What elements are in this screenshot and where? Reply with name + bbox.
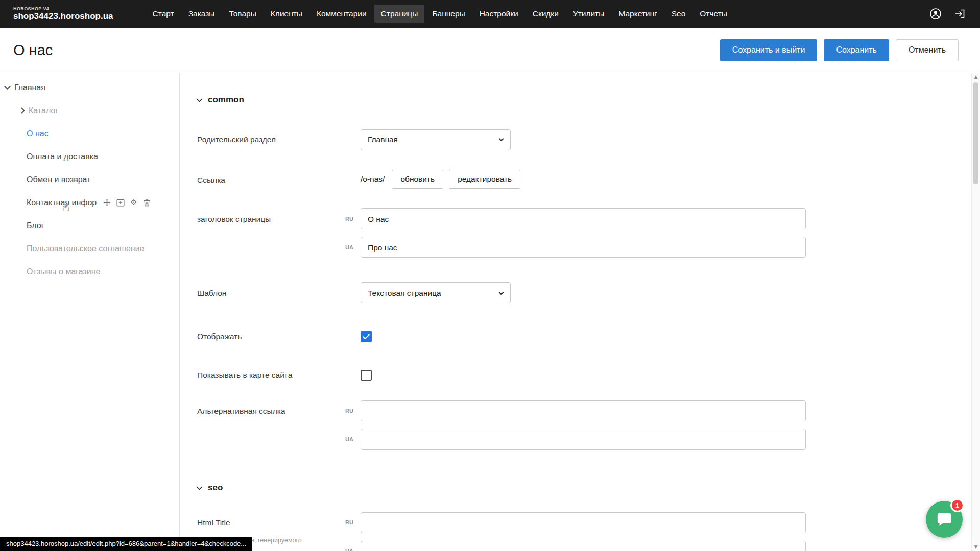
- template-label: Шаблон: [197, 282, 345, 298]
- parent-section-value: Главная: [368, 135, 398, 145]
- pages-tree-sidebar: Главная Каталог О нас Оплата и доставка …: [0, 73, 180, 551]
- sidebar-item-user-agreement[interactable]: Пользовательское соглашение: [0, 237, 179, 260]
- scroll-up-icon[interactable]: ▲: [974, 75, 978, 79]
- lang-tag-ua: UA: [345, 429, 357, 450]
- nav-item-reports[interactable]: Отчеты: [693, 5, 734, 23]
- add-page-icon[interactable]: [116, 198, 125, 207]
- lang-tag-ru: RU: [345, 400, 357, 421]
- nav-item-comments[interactable]: Комментарии: [310, 5, 373, 23]
- nav-item-start[interactable]: Старт: [146, 5, 181, 23]
- sidebar-item-label: Контактная инфор: [27, 198, 97, 207]
- parent-section-label: Родительский раздел: [197, 129, 345, 145]
- nav-item-discounts[interactable]: Скидки: [526, 5, 565, 23]
- brand-version-label: HOROSHOP V4: [13, 6, 113, 11]
- chevron-right-icon: [18, 107, 25, 114]
- sidebar-item-blog[interactable]: Блог: [0, 214, 179, 237]
- save-button[interactable]: Сохранить: [824, 39, 889, 61]
- header-actions: Сохранить и выйти Сохранить Отменить: [720, 39, 959, 61]
- status-url-tooltip: shop34423.horoshop.ua/edit/edit.php?id=6…: [0, 537, 252, 551]
- sidebar-item-catalog[interactable]: Каталог: [0, 99, 179, 122]
- move-icon[interactable]: [103, 198, 111, 207]
- chat-button[interactable]: 1: [926, 501, 963, 538]
- sitemap-label: Показывать в карте сайта: [197, 365, 345, 380]
- brand-domain-label: shop34423.horoshop.ua: [13, 11, 113, 21]
- nav-item-marketing[interactable]: Маркетинг: [612, 5, 663, 23]
- alt-link-ru-input[interactable]: [361, 400, 806, 421]
- settings-gear-icon[interactable]: ⚙: [129, 198, 138, 207]
- display-label: Отображать: [197, 326, 345, 342]
- nav-item-utilities[interactable]: Утилиты: [566, 5, 611, 23]
- sitemap-checkbox[interactable]: [361, 370, 372, 381]
- chevron-down-icon: [499, 136, 504, 141]
- template-value: Текстовая страница: [368, 289, 441, 298]
- display-checkbox[interactable]: [361, 331, 372, 342]
- parent-section-select[interactable]: Главная: [361, 129, 511, 150]
- page-header: О нас Сохранить и выйти Сохранить Отмени…: [0, 28, 980, 73]
- html-title-ua-input[interactable]: [361, 541, 806, 551]
- alt-link-row: Альтернативная ссылка RU UA: [197, 400, 980, 450]
- page-title-row: заголовок страницы RU UA: [197, 208, 980, 258]
- nav-item-products[interactable]: Товары: [222, 5, 262, 23]
- sidebar-item-payment-delivery[interactable]: Оплата и доставка: [0, 145, 179, 168]
- chevron-down-icon: [196, 484, 203, 490]
- sidebar-item-home[interactable]: Главная: [0, 76, 179, 99]
- account-icon[interactable]: [929, 7, 942, 20]
- scrollbar-thumb[interactable]: [973, 82, 978, 184]
- sidebar-item-label: Оплата и доставка: [27, 152, 98, 161]
- chevron-down-icon: [4, 83, 11, 90]
- delete-trash-icon[interactable]: [142, 198, 151, 207]
- template-select[interactable]: Текстовая страница: [361, 282, 511, 303]
- sidebar-item-store-reviews[interactable]: Отзывы о магазине: [0, 260, 179, 283]
- html-title-label: Html Title: [197, 518, 345, 528]
- template-row: Шаблон Текстовая страница: [197, 282, 980, 303]
- lang-tag-ua: UA: [345, 237, 357, 258]
- lang-tag-ua: UA: [345, 541, 357, 551]
- sidebar-item-label: Главная: [14, 83, 45, 92]
- nav-item-banners[interactable]: Баннеры: [425, 5, 471, 23]
- section-common-title: common: [208, 94, 244, 105]
- top-navigation: Старт Заказы Товары Клиенты Комментарии …: [146, 5, 923, 23]
- lang-tag-ru: RU: [345, 208, 357, 229]
- content-area: Главная Каталог О нас Оплата и доставка …: [0, 73, 980, 551]
- alt-link-label: Альтернативная ссылка: [197, 400, 345, 416]
- sidebar-item-label: О нас: [27, 129, 49, 138]
- sidebar-item-label: Обмен и возврат: [27, 175, 90, 184]
- link-refresh-button[interactable]: обновить: [392, 170, 443, 189]
- sidebar-item-contact-info[interactable]: Контактная инфор ⚙: [0, 191, 179, 214]
- sidebar-item-exchange-return[interactable]: Обмен и возврат: [0, 168, 179, 191]
- logout-icon[interactable]: [953, 7, 967, 20]
- link-path-value: /o-nas/: [361, 175, 385, 184]
- parent-section-row: Родительский раздел Главная: [197, 129, 980, 150]
- cancel-button[interactable]: Отменить: [896, 39, 959, 61]
- html-title-row: Html Title Полная замена title, генериру…: [197, 512, 980, 551]
- page-title-ua-input[interactable]: [361, 237, 806, 258]
- nav-item-clients[interactable]: Клиенты: [264, 5, 309, 23]
- chevron-down-icon: [196, 95, 203, 102]
- chat-bubble-icon: [936, 511, 953, 528]
- lang-tag-ru: RU: [345, 512, 357, 533]
- sidebar-item-label: Пользовательское соглашение: [27, 244, 144, 253]
- brand-logo[interactable]: HOROSHOP V4 shop34423.horoshop.ua: [13, 6, 113, 21]
- nav-item-orders[interactable]: Заказы: [182, 5, 222, 23]
- section-common-toggle[interactable]: common: [197, 94, 980, 105]
- link-label: Ссылка: [197, 170, 345, 185]
- section-seo-toggle[interactable]: seo: [197, 483, 980, 493]
- nav-item-pages[interactable]: Страницы: [374, 5, 425, 23]
- section-seo-title: seo: [208, 483, 223, 493]
- sidebar-item-about[interactable]: О нас: [0, 122, 179, 145]
- sidebar-item-label: Блог: [27, 221, 44, 230]
- page-title-label: заголовок страницы: [197, 208, 345, 224]
- vertical-scrollbar[interactable]: ▲ ▼: [971, 73, 980, 551]
- alt-link-ua-input[interactable]: [361, 429, 806, 450]
- save-and-exit-button[interactable]: Сохранить и выйти: [720, 39, 818, 61]
- page-edit-form: common Родительский раздел Главная Ссылк…: [180, 73, 980, 551]
- display-row: Отображать: [197, 326, 980, 342]
- scroll-down-icon[interactable]: ▼: [974, 545, 978, 549]
- page-title-ru-input[interactable]: [361, 208, 806, 229]
- link-row: Ссылка /o-nas/ обновить редактировать: [197, 170, 980, 189]
- html-title-ru-input[interactable]: [361, 512, 806, 533]
- link-edit-button[interactable]: редактировать: [449, 170, 520, 189]
- page-title: О нас: [13, 42, 53, 59]
- nav-item-seo[interactable]: Seo: [665, 5, 692, 23]
- nav-item-settings[interactable]: Настройки: [473, 5, 525, 23]
